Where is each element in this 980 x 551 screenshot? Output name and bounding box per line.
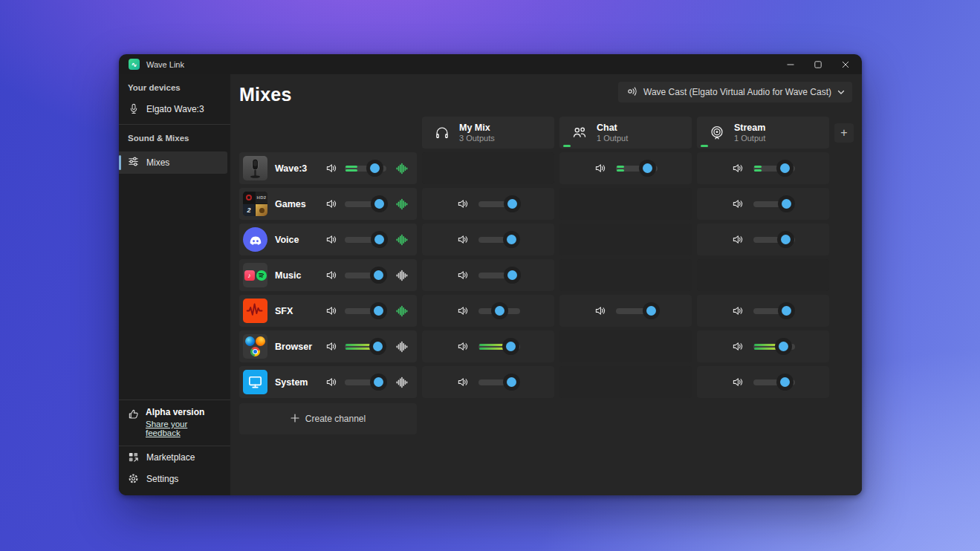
my-mix-system-mute-button[interactable] xyxy=(457,376,468,388)
slider-knob[interactable] xyxy=(374,235,384,244)
system-mute-button[interactable] xyxy=(325,376,337,388)
slider-knob[interactable] xyxy=(374,199,384,209)
chat-wave-3-mute-button[interactable] xyxy=(594,163,606,174)
chat-sfx-volume-slider[interactable] xyxy=(616,304,658,318)
channel-label: SFX xyxy=(275,306,325,316)
my-mix-sfx-mute-button[interactable] xyxy=(457,305,468,316)
music-mute-button[interactable] xyxy=(325,270,337,281)
slider-knob[interactable] xyxy=(782,199,791,209)
slider-knob[interactable] xyxy=(782,306,791,316)
stream-games-volume-slider[interactable] xyxy=(753,198,795,211)
slider-knob[interactable] xyxy=(373,342,383,351)
monitor-waveform-icon[interactable] xyxy=(396,376,408,388)
marketplace-icon xyxy=(128,451,139,463)
stream-browser-mute-button[interactable] xyxy=(732,341,743,352)
output-device-dropdown[interactable]: Wave Cast (Elgato Virtual Audio for Wave… xyxy=(618,82,852,102)
sidebar-item-mixes[interactable]: Mixes xyxy=(119,151,227,174)
channel-strip-wave-3[interactable]: Wave:3 xyxy=(239,152,417,184)
add-mix-button[interactable]: + xyxy=(834,123,854,143)
monitor-waveform-icon[interactable] xyxy=(396,341,408,353)
voice-volume-slider[interactable] xyxy=(345,233,386,247)
mix-header-my-mix[interactable]: My Mix3 Outputs xyxy=(422,117,554,149)
sfx-mute-button[interactable] xyxy=(325,305,337,316)
channel-strip-system[interactable]: System xyxy=(239,366,417,398)
channel-strip-voice[interactable]: Voice xyxy=(239,224,417,255)
browser-mute-button[interactable] xyxy=(325,341,337,352)
my-mix-sfx-volume-slider[interactable] xyxy=(478,304,520,318)
channel-strip-sfx[interactable]: SFX xyxy=(239,295,417,327)
people-icon xyxy=(571,125,588,141)
share-feedback-link[interactable]: Share your feedback xyxy=(146,420,221,437)
stream-voice-volume-slider[interactable] xyxy=(753,233,795,247)
games-volume-slider[interactable] xyxy=(345,198,386,211)
sidebar-item-settings[interactable]: Settings xyxy=(119,468,230,489)
slider-knob[interactable] xyxy=(507,235,516,244)
channel-strip-browser[interactable]: Browser xyxy=(239,330,417,362)
mix-header-chat[interactable]: Chat1 Output xyxy=(559,117,692,149)
slider-knob[interactable] xyxy=(507,270,517,280)
slider-knob[interactable] xyxy=(506,342,516,351)
my-mix-voice-mute-button[interactable] xyxy=(457,234,468,245)
close-button[interactable] xyxy=(831,54,859,74)
my-mix-games-volume-slider[interactable] xyxy=(478,198,520,211)
my-mix-browser-mute-button[interactable] xyxy=(457,341,468,352)
stream-sfx-volume-slider[interactable] xyxy=(753,304,795,318)
slider-knob[interactable] xyxy=(507,199,517,209)
wave-3-volume-slider[interactable] xyxy=(345,162,386,175)
stream-wave-3-mute-button[interactable] xyxy=(732,163,743,174)
minimize-button[interactable] xyxy=(776,54,804,74)
my-mix-browser-volume-slider[interactable] xyxy=(478,340,520,353)
my-mix-system-volume-slider[interactable] xyxy=(478,376,520,389)
my-mix-games-mute-button[interactable] xyxy=(457,198,468,209)
voice-mute-button[interactable] xyxy=(325,234,337,245)
sidebar-item-marketplace[interactable]: Marketplace xyxy=(119,446,230,468)
stream-games-mute-button[interactable] xyxy=(732,198,743,209)
slider-knob[interactable] xyxy=(780,163,790,173)
my-mix-music-volume-slider[interactable] xyxy=(478,269,520,282)
slider-knob[interactable] xyxy=(779,342,788,351)
your-devices-label: Your devices xyxy=(119,74,230,98)
slider-knob[interactable] xyxy=(374,270,383,280)
chat-wave-3-volume-slider[interactable] xyxy=(616,162,658,175)
stream-system-volume-slider[interactable] xyxy=(753,376,795,389)
my-mix-music-mute-button[interactable] xyxy=(457,270,468,281)
stream-system-mute-button[interactable] xyxy=(732,376,743,388)
monitor-waveform-icon[interactable] xyxy=(396,270,408,281)
monitor-waveform-icon[interactable] xyxy=(396,305,408,317)
slider-knob[interactable] xyxy=(374,306,383,316)
stream-sfx-mute-button[interactable] xyxy=(732,305,743,316)
chat-sfx-mute-button[interactable] xyxy=(594,305,606,316)
create-channel-button[interactable]: Create channel xyxy=(239,403,417,434)
meter-bar-right xyxy=(617,169,624,172)
monitor-waveform-icon[interactable] xyxy=(396,198,408,210)
row-end-spacer xyxy=(834,152,854,184)
system-volume-slider[interactable] xyxy=(345,376,386,389)
music-channel-icon: ♪ xyxy=(243,263,267,287)
slider-knob[interactable] xyxy=(374,377,383,387)
games-channel-icon: HD22 xyxy=(243,192,267,216)
slider-knob[interactable] xyxy=(495,306,504,316)
slider-knob[interactable] xyxy=(646,306,656,316)
maximize-button[interactable] xyxy=(804,54,831,74)
channel-strip-music[interactable]: ♪Music xyxy=(239,259,417,291)
slider-knob[interactable] xyxy=(370,163,380,173)
browser-volume-slider[interactable] xyxy=(345,340,386,353)
monitor-waveform-icon[interactable] xyxy=(396,163,408,175)
music-volume-slider[interactable] xyxy=(345,269,386,282)
slider-knob[interactable] xyxy=(781,235,791,244)
wave-3-mute-button[interactable] xyxy=(325,163,337,174)
slider-knob[interactable] xyxy=(507,377,516,387)
slider-knob[interactable] xyxy=(780,377,790,387)
slider-knob[interactable] xyxy=(643,163,652,173)
sfx-volume-slider[interactable] xyxy=(345,304,386,318)
games-mute-button[interactable] xyxy=(325,198,337,209)
sidebar-item-elgato-wave3[interactable]: Elgato Wave:3 xyxy=(119,98,230,120)
channel-label: System xyxy=(275,377,325,388)
mix-header-stream[interactable]: Stream1 Output xyxy=(697,117,829,149)
stream-wave-3-volume-slider[interactable] xyxy=(753,162,795,175)
stream-browser-volume-slider[interactable] xyxy=(753,340,795,353)
my-mix-voice-volume-slider[interactable] xyxy=(478,233,520,247)
monitor-waveform-icon[interactable] xyxy=(396,234,408,246)
stream-voice-mute-button[interactable] xyxy=(732,234,743,245)
channel-strip-games[interactable]: HD22Games xyxy=(239,188,417,220)
